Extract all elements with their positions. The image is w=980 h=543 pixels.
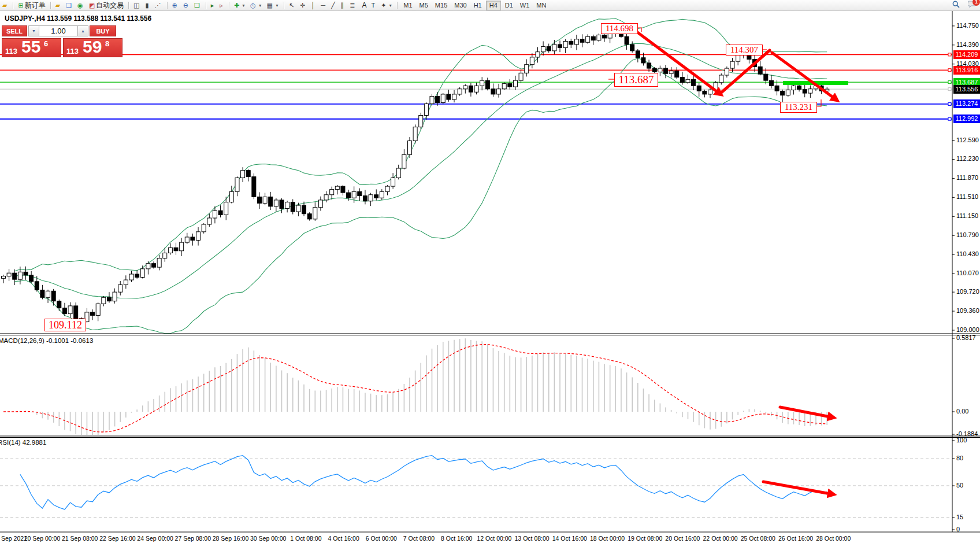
toolbar-separator [13, 2, 13, 9]
bear-candle [692, 79, 696, 86]
cursor-icon: ↖ [289, 1, 294, 10]
chart-canvas[interactable] [0, 0, 980, 543]
history-button[interactable]: ▰ [54, 1, 63, 10]
bear-candle [24, 272, 28, 275]
notification-count-badge: 1 [972, 0, 980, 6]
annotation-price-label: 109.112 [44, 319, 86, 331]
toolbar-item-label: 新订单 [25, 1, 46, 10]
zoom-in-button[interactable]: ⊕ [170, 1, 180, 10]
new-order-button[interactable]: ⊞新订单 [16, 1, 47, 10]
bear-candle [436, 97, 440, 103]
timeframe-w1-button[interactable]: W1 [517, 1, 533, 10]
bull-candle [480, 80, 484, 86]
bull-candle [441, 94, 445, 103]
channel-button[interactable]: ∥ [339, 1, 347, 10]
text-button[interactable]: A [359, 1, 368, 10]
bear-candle [363, 196, 367, 201]
sell-button[interactable]: SELL [2, 25, 27, 36]
price-axis-badge: 113.274 [953, 99, 980, 108]
buy-button[interactable]: BUY [90, 25, 116, 36]
toolbar-separator [50, 2, 51, 9]
buy-price-box[interactable]: 113 59 8 [63, 38, 122, 57]
bull-candle [2, 276, 6, 279]
sell-price-box[interactable]: 113 55 6 [2, 38, 61, 57]
tile-windows-button[interactable]: ❏ [192, 1, 203, 10]
timeframe-h1-button[interactable]: H1 [471, 1, 485, 10]
bear-candle [302, 205, 306, 214]
bear-candle [591, 36, 595, 40]
volume-decrease-button[interactable]: ▼ [28, 25, 39, 36]
auto-scroll-button[interactable]: ▸ [209, 1, 217, 10]
indicators-icon: ✚ [234, 1, 239, 10]
bull-candle [168, 248, 172, 253]
bull-candle [686, 79, 690, 82]
zoom-in-icon: ⊕ [172, 1, 177, 10]
fibo-button[interactable]: ≣ [348, 1, 358, 10]
bull-candle [380, 191, 384, 198]
tile-windows-icon: ❏ [194, 1, 200, 10]
timeframe-m15-button[interactable]: M15 [432, 1, 450, 10]
bear-candle [152, 264, 156, 267]
chart-shift-button[interactable]: ▹ [218, 1, 226, 10]
label-icon: T [371, 1, 375, 10]
line-chart-button[interactable]: ⋰ [153, 1, 164, 10]
bear-candle [641, 58, 645, 63]
chevron-down-icon: ▼ [242, 3, 246, 8]
templates-button[interactable]: ▦▼ [265, 1, 281, 10]
bear-candle [580, 39, 584, 42]
timeframe-m1-button[interactable]: M1 [400, 1, 415, 10]
rsi-line [20, 456, 827, 509]
bear-candle [781, 91, 785, 95]
bear-candle [135, 274, 139, 277]
signal-button[interactable]: ◉ [76, 1, 86, 10]
buy-price-sup: 8 [105, 39, 109, 48]
cursor-button[interactable]: ↖ [287, 1, 297, 10]
bear-candle [51, 291, 55, 301]
bull-candle [313, 208, 317, 219]
volume-input[interactable]: 1.00 [39, 25, 77, 36]
timeframe-m30-button[interactable]: M30 [451, 1, 469, 10]
search-icon[interactable] [952, 1, 960, 10]
bull-candle [419, 116, 423, 127]
price-axis-badge: 114.209 [953, 50, 980, 59]
fibo-icon: ≣ [350, 1, 355, 10]
indicators-button[interactable]: ✚▼ [232, 1, 247, 10]
bull-candle [725, 68, 729, 75]
candle-chart-button[interactable]: ▮ [143, 1, 151, 10]
bull-candle [719, 75, 723, 83]
bear-candle [764, 74, 768, 80]
bull-candle [285, 202, 289, 209]
toolbox-button[interactable]: ▰ [1, 1, 10, 10]
notifications-icon[interactable]: 1 [968, 1, 977, 10]
crosshair-button[interactable]: ✛ [298, 1, 308, 10]
bull-candle [396, 168, 400, 178]
timeframe-d1-button[interactable]: D1 [502, 1, 516, 10]
hline-anchor [948, 81, 951, 84]
bull-candle [96, 304, 100, 315]
label-button[interactable]: T [369, 1, 378, 10]
volume-increase-button[interactable]: ▲ [77, 25, 88, 36]
timeframe-m5-button[interactable]: M5 [417, 1, 431, 10]
shapes-button[interactable]: ✦▼ [379, 1, 394, 10]
autotrade-button[interactable]: ◩自动交易 [87, 1, 125, 10]
hline-button[interactable]: ─ [319, 1, 328, 10]
rsi-axis-label: 50 [956, 482, 963, 489]
vline-button[interactable]: │ [309, 1, 318, 10]
price-axis-badge: 113.916 [953, 66, 980, 75]
chat-button[interactable]: ❑ [64, 1, 75, 10]
bear-candle [636, 51, 640, 58]
bar-chart-button[interactable]: ◫ [132, 1, 142, 10]
period-button[interactable]: ◷▼ [248, 1, 264, 10]
bear-candle [347, 193, 351, 198]
timeframe-mn-button[interactable]: MN [533, 1, 549, 10]
line-chart-icon: ⋰ [155, 1, 161, 10]
trendline-button[interactable]: ╱ [329, 1, 338, 10]
timeframe-h4-button[interactable]: H4 [486, 1, 501, 10]
zoom-out-button[interactable]: ⊖ [181, 1, 191, 10]
hline-anchor [948, 88, 951, 91]
signal-icon: ◉ [77, 1, 83, 10]
bull-candle [385, 186, 389, 191]
bull-candle [730, 61, 734, 68]
sell-price-sup: 6 [44, 39, 48, 48]
buy-price-prefix: 113 [66, 47, 79, 56]
